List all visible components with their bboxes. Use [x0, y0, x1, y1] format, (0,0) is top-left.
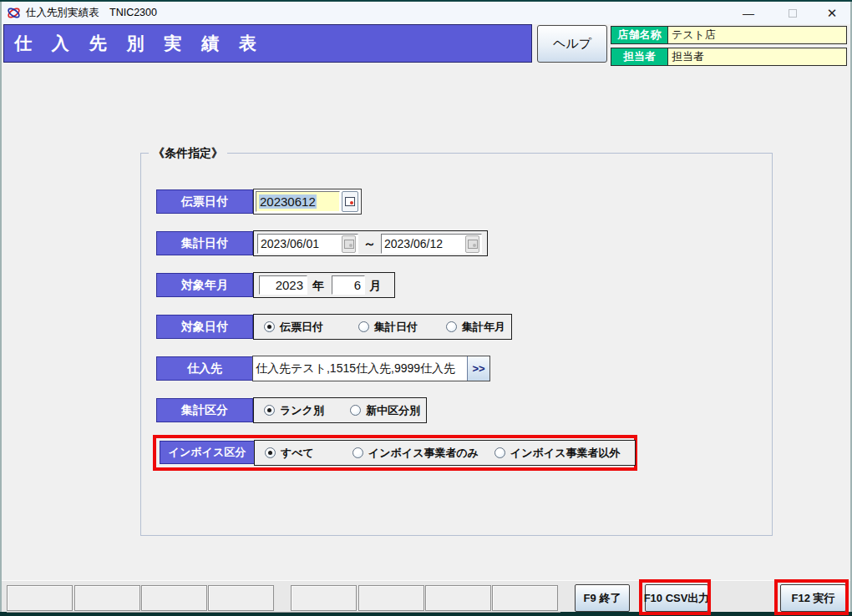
agg-date-panel: 2023/06/01 ～ 2023/06/12 — [253, 230, 488, 256]
f10-button-highlight — [639, 579, 711, 615]
supplier-select-button[interactable]: >> — [467, 356, 489, 381]
slip-date-label: 伝票日付 — [156, 189, 253, 214]
staff-label: 担当者 — [611, 48, 668, 66]
radio-by-rank[interactable]: ランク別 — [264, 398, 324, 422]
slip-date-input[interactable]: 20230612 — [256, 191, 340, 212]
supplier-label: 仕入先 — [156, 356, 253, 381]
target-ym-label: 対象年月 — [156, 273, 253, 297]
radio-icon — [494, 447, 505, 458]
agg-date-from-calendar-button — [342, 235, 356, 253]
agg-date-label: 集計日付 — [156, 231, 253, 255]
radio-icon — [352, 447, 363, 458]
date-range-separator: ～ — [363, 236, 376, 252]
radio-icon — [446, 321, 457, 332]
invoice-division-label: インボイス区分 — [160, 441, 255, 464]
radio-target-slip-date[interactable]: 伝票日付 — [264, 315, 323, 339]
titlebar: 仕入先別実績表 TNIC2300 — ✕ — [2, 2, 850, 24]
target-year-input[interactable]: 2023 — [259, 275, 307, 295]
fkey-slot-f7 — [425, 585, 491, 611]
f12-button-highlight — [774, 579, 849, 615]
radio-target-agg-ym[interactable]: 集計年月 — [446, 315, 505, 339]
fkey-slot-f4 — [208, 585, 274, 611]
agg-date-to-value: 2023/06/12 — [384, 237, 465, 250]
store-name-value: テスト店 — [668, 26, 847, 44]
radio-icon — [350, 405, 361, 416]
radio-icon — [264, 405, 275, 416]
maximize-button[interactable] — [774, 2, 811, 24]
fkey-slot-f5 — [291, 585, 357, 611]
target-ym-panel: 2023 年 6 月 — [253, 272, 395, 298]
slip-date-calendar-button[interactable] — [342, 191, 358, 212]
invoice-division-panel: すべて インボイス事業者のみ インボイス事業者以外 — [254, 440, 636, 466]
f9-exit-button[interactable]: F9 終了 — [575, 584, 630, 612]
window-title: 仕入先別実績表 TNIC2300 — [26, 6, 157, 20]
target-date-label: 対象日付 — [156, 315, 253, 339]
radio-icon — [265, 447, 276, 458]
radio-by-mid-division[interactable]: 新中区分別 — [350, 398, 420, 422]
close-button[interactable]: ✕ — [814, 2, 850, 24]
minimize-button[interactable]: — — [730, 2, 767, 24]
store-name-row: 店舗名称 テスト店 — [611, 26, 847, 44]
agg-date-from-value: 2023/06/01 — [261, 237, 342, 250]
staff-row: 担当者 担当者 — [611, 48, 847, 66]
supplier-input[interactable]: 仕入先テスト,1515仕入先,9999仕入先 — [253, 356, 467, 381]
slip-date-value: 20230612 — [259, 194, 317, 209]
agg-division-panel: ランク別 新中区分別 — [253, 397, 427, 423]
condition-group-title: 《条件指定》 — [149, 146, 227, 161]
invoice-row-highlight: インボイス区分 すべて インボイス事業者のみ インボイス事業者以外 — [153, 435, 637, 471]
supplier-frame: 仕入先テスト,1515仕入先,9999仕入先 >> — [252, 356, 490, 381]
year-unit-label: 年 — [312, 279, 324, 294]
maximize-icon — [789, 9, 797, 18]
calendar-icon — [345, 197, 355, 206]
help-button[interactable]: ヘルプ — [537, 25, 607, 63]
radio-icon — [264, 321, 275, 332]
radio-target-agg-date[interactable]: 集計日付 — [358, 315, 418, 339]
target-month-input[interactable]: 6 — [332, 275, 365, 295]
fkey-slot-f2 — [74, 585, 140, 611]
fkey-slot-f6 — [358, 585, 424, 611]
footer-shadow-line — [7, 612, 560, 613]
calendar-icon — [468, 240, 478, 249]
agg-date-from-field[interactable]: 2023/06/01 — [257, 234, 358, 254]
month-unit-label: 月 — [369, 279, 381, 294]
target-date-panel: 伝票日付 集計日付 集計年月 — [253, 314, 512, 340]
calendar-icon — [344, 240, 354, 249]
radio-invoice-other[interactable]: インボイス事業者以外 — [494, 441, 621, 465]
page-title: 仕 入 先 別 実 績 表 — [4, 32, 264, 55]
radio-invoice-only[interactable]: インボイス事業者のみ — [352, 441, 479, 465]
radio-icon — [358, 321, 369, 332]
fkey-slot-f3 — [141, 585, 207, 611]
agg-date-to-field[interactable]: 2023/06/12 — [381, 234, 482, 254]
fkey-slot-f8 — [492, 585, 558, 611]
agg-division-label: 集計区分 — [156, 398, 253, 422]
function-key-bar: F9 終了 F10 CSV出力 F12 実行 — [2, 580, 850, 612]
page-header: 仕 入 先 別 実 績 表 — [3, 24, 532, 63]
agg-date-to-calendar-button — [465, 235, 479, 253]
store-name-label: 店舗名称 — [611, 26, 668, 44]
staff-value: 担当者 — [668, 48, 847, 66]
fkey-slot-f1 — [7, 585, 73, 611]
app-icon — [7, 6, 21, 20]
window-border-left — [0, 2, 2, 612]
radio-invoice-all[interactable]: すべて — [265, 441, 314, 465]
